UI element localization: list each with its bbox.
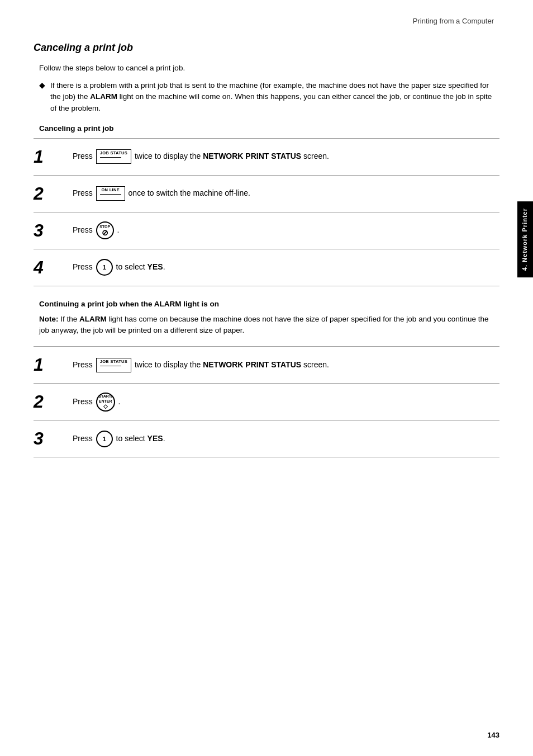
bullet-note: If there is a problem with a print job t…	[34, 80, 499, 114]
continuing-step-1: 1 Press JOB STATUS twice to display the …	[34, 347, 499, 384]
header-title: Printing from a Computer	[413, 17, 494, 25]
page-number: 143	[487, 731, 499, 739]
page-container: Printing from a Computer Canceling a pri…	[0, 0, 533, 756]
continuing-step-2: 2 Press START/ ENTER ◇ .	[34, 384, 499, 420]
note-text: Note: If the ALARM light has come on bec…	[34, 314, 499, 337]
cont-step-content-1: Press JOB STATUS twice to display the NE…	[67, 347, 499, 384]
page-header: Printing from a Computer	[34, 17, 499, 25]
intro-text: Follow the steps below to cancel a print…	[34, 64, 499, 72]
press-label-2: Press	[73, 188, 95, 197]
press-label-4: Press	[73, 262, 95, 271]
side-tab: 4. Network Printer	[517, 201, 533, 277]
press-label-1: Press	[73, 152, 95, 160]
cont-step-content-3: Press 1 to select YES.	[67, 420, 499, 457]
cancel-step-4: 4 Press 1 to select YES.	[34, 249, 499, 286]
cancel-step-2: 2 Press ON LINE once to switch the machi…	[34, 175, 499, 212]
continuing-section: Continuing a print job when the ALARM li…	[34, 300, 499, 337]
cont-step-number-2: 2	[34, 384, 67, 420]
cancel-step-3: 3 Press STOP ⊘ .	[34, 212, 499, 249]
note-label: Note:	[39, 315, 59, 323]
cont-step-number-3: 3	[34, 420, 67, 457]
step-number-3: 3	[34, 212, 67, 249]
job-status-key-2: JOB STATUS	[96, 358, 131, 372]
key-1-circle-cancel: 1	[96, 259, 113, 276]
cont-press-label-1: Press	[73, 360, 95, 368]
press-label-3: Press	[73, 225, 95, 234]
step-content-3: Press STOP ⊘ .	[67, 212, 499, 249]
cancel-step-1: 1 Press JOB STATUS twice to display the …	[34, 138, 499, 175]
cont-step-text-2: .	[118, 396, 121, 405]
step-text-2: once to switch the machine off-line.	[129, 188, 250, 197]
stop-key: STOP ⊘	[96, 221, 114, 239]
cont-press-label-3: Press	[73, 433, 95, 442]
cont-step-number-1: 1	[34, 347, 67, 384]
cont-press-label-2: Press	[73, 396, 95, 405]
continuing-step-3: 3 Press 1 to select YES.	[34, 420, 499, 457]
job-status-key-1: JOB STATUS	[96, 149, 131, 164]
cont-step-content-2: Press START/ ENTER ◇ .	[67, 384, 499, 420]
step-text-1: twice to display the NETWORK PRINT STATU…	[135, 152, 329, 160]
start-enter-key: START/ ENTER ◇	[96, 393, 115, 412]
step-number-4: 4	[34, 249, 67, 286]
continuing-heading: Continuing a print job when the ALARM li…	[34, 300, 499, 308]
cancel-section-heading: Canceling a print job	[34, 124, 499, 133]
section-title: Canceling a print job	[34, 42, 499, 54]
on-line-key: ON LINE	[96, 186, 125, 201]
side-tab-text: 4. Network Printer	[521, 208, 528, 271]
step-content-4: Press 1 to select YES.	[67, 249, 499, 286]
step-content-2: Press ON LINE once to switch the machine…	[67, 175, 499, 212]
step-number-2: 2	[34, 175, 67, 212]
cont-step-text-1: twice to display the NETWORK PRINT STATU…	[135, 360, 329, 368]
step-content-1: Press JOB STATUS twice to display the NE…	[67, 138, 499, 175]
key-1-circle-cont: 1	[96, 431, 113, 447]
continuing-steps-table: 1 Press JOB STATUS twice to display the …	[34, 346, 499, 457]
cancel-steps-table: 1 Press JOB STATUS twice to display the …	[34, 138, 499, 286]
step-number-1: 1	[34, 138, 67, 175]
step-text-4: to select YES.	[116, 262, 165, 271]
step-text-3: .	[117, 225, 120, 234]
cont-step-text-3: to select YES.	[116, 433, 165, 442]
